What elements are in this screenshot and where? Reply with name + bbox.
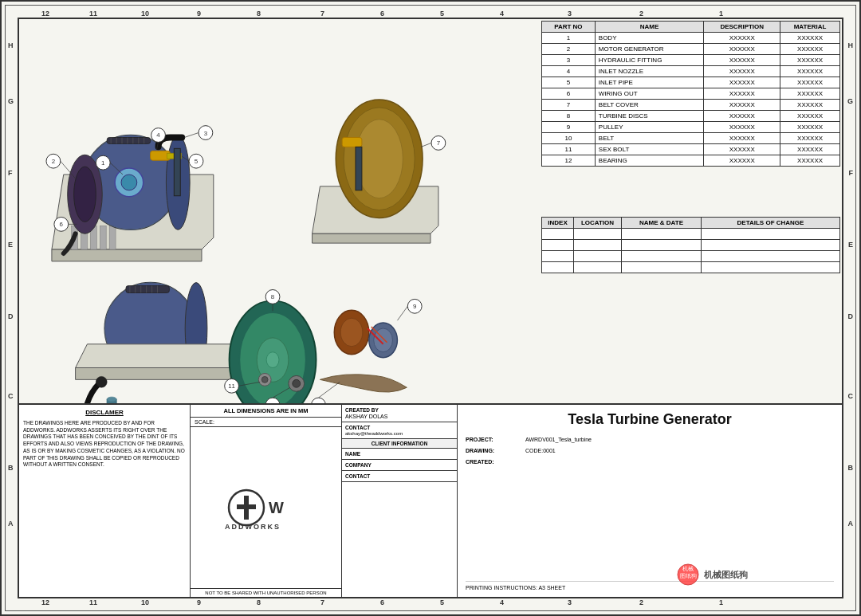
cell-name: MOTOR GENERATOR — [595, 44, 704, 55]
svg-point-81 — [293, 379, 301, 387]
drawing-label: DRAWING: — [466, 445, 525, 457]
svg-point-24 — [74, 167, 96, 222]
cell-mat: XXXXXX — [780, 144, 840, 155]
cell-desc: XXXXXX — [704, 144, 780, 155]
cell-partno: 9 — [542, 122, 596, 133]
disclaimer-title: DISCLAMER — [23, 409, 186, 418]
created-by-label: CREATED BY — [345, 407, 379, 413]
svg-text:7: 7 — [437, 139, 440, 147]
cell-name: BODY — [595, 33, 704, 44]
cell-name: INLET PIPE — [595, 77, 704, 88]
cell-mat: XXXXXX — [780, 133, 840, 144]
watermark-icon: 机械 图纸狗 — [676, 563, 700, 587]
cell-name: BELT COVER — [595, 100, 704, 111]
cell-partno: 3 — [542, 55, 596, 66]
cell-partno: 5 — [542, 77, 596, 88]
project-value: AWRDV001_Tesla_turbine — [525, 434, 592, 445]
revision-table: INDEX LOCATION NAME & DATE DETAILS OF CH… — [541, 217, 840, 273]
svg-marker-1 — [52, 249, 202, 261]
cell-mat: XXXXXX — [780, 111, 840, 122]
project-row: PROJECT: AWRDV001_Tesla_turbine — [466, 434, 834, 445]
col-header-partno: PART NO — [542, 22, 596, 33]
created-by-value: AKSHAY DOLAS — [345, 414, 454, 419]
cell-desc: XXXXXX — [704, 122, 780, 133]
svg-rect-22 — [174, 148, 180, 195]
drawing-value: CODE:0001 — [525, 445, 556, 457]
svg-point-11 — [121, 175, 137, 190]
rev-col-index: INDEX — [542, 218, 574, 229]
client-name-label: NAME — [345, 451, 389, 457]
disclaimer-section: DISCLAMER THE DRAWINGS HERE ARE PRODUCED… — [19, 405, 191, 597]
cell-desc: XXXXXX — [704, 88, 780, 100]
cell-partno: 6 — [542, 88, 596, 100]
table-row: 11 SEX BOLT XXXXXX XXXXXX — [542, 144, 840, 155]
rev-col-details: DETAILS OF CHANGE — [702, 218, 840, 229]
client-info-header: CLIENT INFORMATION — [342, 439, 457, 449]
table-row: 3 HYDRAULIC FITTING XXXXXX XXXXXX — [542, 55, 840, 66]
cell-mat: XXXXXX — [780, 44, 840, 55]
cell-desc: XXXXXX — [704, 155, 780, 167]
middle-section: ALL DIMENSIONS ARE IN MM SCALE: W ADDWOR… — [191, 405, 342, 597]
table-row: 8 TURBINE DISCS XXXXXX XXXXXX — [542, 111, 840, 122]
created-by-row: CREATED BY AKSHAY DOLAS — [342, 405, 457, 422]
svg-text:W: W — [269, 499, 284, 516]
client-contact-label: CONTACT — [345, 473, 389, 479]
cell-desc: XXXXXX — [704, 77, 780, 88]
svg-rect-5 — [100, 226, 106, 249]
svg-point-70 — [340, 318, 363, 347]
svg-marker-44 — [313, 233, 431, 243]
cell-mat: XXXXXX — [780, 122, 840, 133]
svg-rect-56 — [126, 286, 169, 293]
rev-row — [542, 262, 840, 273]
svg-text:图纸狗: 图纸狗 — [680, 573, 697, 579]
svg-rect-49 — [356, 147, 362, 190]
cell-mat: XXXXXX — [780, 66, 840, 77]
cell-desc: XXXXXX — [704, 44, 780, 55]
printing-instructions: PRINTING INSTRUCTIONS: A3 SHEET — [466, 581, 834, 590]
rev-row — [542, 229, 840, 240]
project-info: PROJECT: AWRDV001_Tesla_turbine DRAWING:… — [466, 434, 834, 468]
table-row: 5 INLET PIPE XXXXXX XXXXXX — [542, 77, 840, 88]
addworks-logo: W ADDWORKS — [222, 480, 310, 536]
main-title: Tesla Turbine Generator — [466, 411, 834, 428]
cell-partno: 1 — [542, 33, 596, 44]
created-row: CREATED: — [466, 457, 834, 468]
parts-table: PART NO NAME DESCRIPTION MATERIAL 1 BODY… — [541, 21, 840, 167]
svg-point-79 — [261, 376, 268, 383]
cell-desc: XXXXXX — [704, 133, 780, 144]
table-row: 1 BODY XXXXXX XXXXXX — [542, 33, 840, 44]
title-info-section: Tesla Turbine Generator PROJECT: AWRDV00… — [458, 405, 842, 597]
svg-point-77 — [107, 397, 116, 402]
contact-label: CONTACT — [345, 425, 370, 430]
cell-mat: XXXXXX — [780, 155, 840, 167]
drawing-row: DRAWING: CODE:0001 — [466, 445, 834, 457]
table-row: 9 PULLEY XXXXXX XXXXXX — [542, 122, 840, 133]
cell-partno: 7 — [542, 100, 596, 111]
svg-rect-48 — [342, 137, 362, 147]
client-contact-row: CONTACT — [342, 471, 457, 482]
not-share-note: NOT TO BE SHARED WITH UNAUTHORISED PERSO… — [191, 588, 341, 597]
svg-text:ADDWORKS: ADDWORKS — [225, 523, 281, 531]
main-drawings-svg: 1 2 3 4 5 6 — [21, 21, 533, 407]
cell-mat: XXXXXX — [780, 100, 840, 111]
cell-desc: XXXXXX — [704, 66, 780, 77]
cell-partno: 12 — [542, 155, 596, 167]
watermark-text: 机械图纸狗 — [704, 569, 748, 581]
svg-text:3: 3 — [204, 130, 208, 137]
drawing-views-area: 1 2 3 4 5 6 — [21, 21, 533, 407]
col-header-name: NAME — [595, 22, 704, 33]
cell-mat: XXXXXX — [780, 55, 840, 66]
svg-text:11: 11 — [228, 383, 235, 390]
cell-desc: XXXXXX — [704, 33, 780, 44]
svg-rect-99 — [237, 504, 256, 509]
cell-name: HYDRAULIC FITTING — [595, 55, 704, 66]
contact-row: CONTACT akshay@theaddworks.com — [342, 422, 457, 439]
table-row: 6 WIRING OUT XXXXXX XXXXXX — [542, 88, 840, 100]
cell-desc: XXXXXX — [704, 111, 780, 122]
svg-line-52 — [421, 143, 431, 147]
svg-text:8: 8 — [271, 293, 275, 300]
client-company-label: COMPANY — [345, 462, 389, 468]
svg-text:5: 5 — [195, 158, 199, 165]
svg-line-33 — [184, 133, 199, 138]
cell-partno: 8 — [542, 111, 596, 122]
